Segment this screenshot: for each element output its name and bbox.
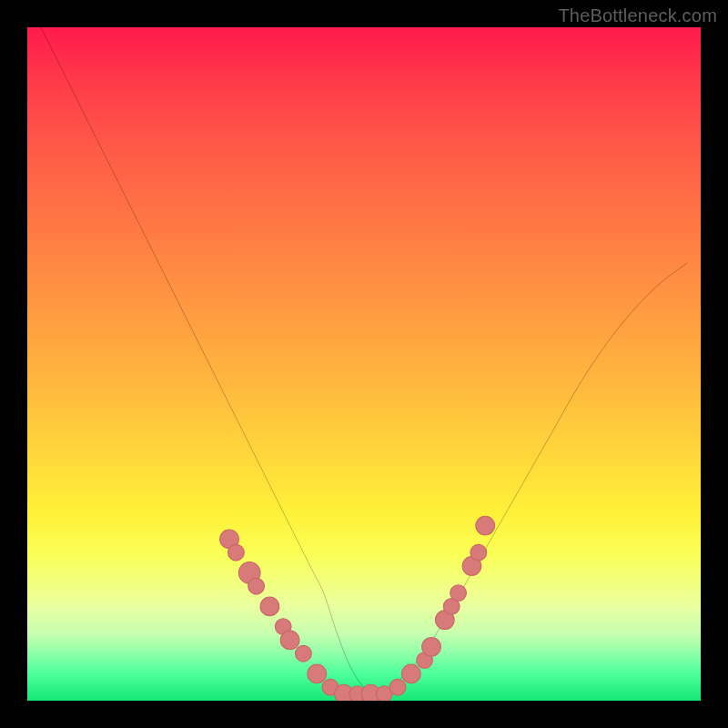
plot-area (27, 27, 701, 701)
curve-marker (280, 631, 299, 650)
curve-marker (260, 597, 279, 616)
watermark-text: TheBottleneck.com (558, 5, 717, 26)
curve-marker (422, 637, 441, 656)
curve-marker (248, 578, 265, 594)
curve-marker (296, 645, 312, 662)
curve-marker (470, 544, 487, 561)
curve-marker (450, 585, 467, 602)
chart-svg (27, 27, 701, 701)
curve-marker (308, 664, 327, 683)
chart-frame: TheBottleneck.com (0, 0, 728, 728)
bottleneck-curve (41, 27, 687, 694)
curve-marker (228, 544, 245, 561)
curve-marker (389, 679, 406, 695)
curve-marker (401, 664, 420, 683)
curve-marker (476, 516, 495, 535)
curve-markers (220, 516, 495, 701)
